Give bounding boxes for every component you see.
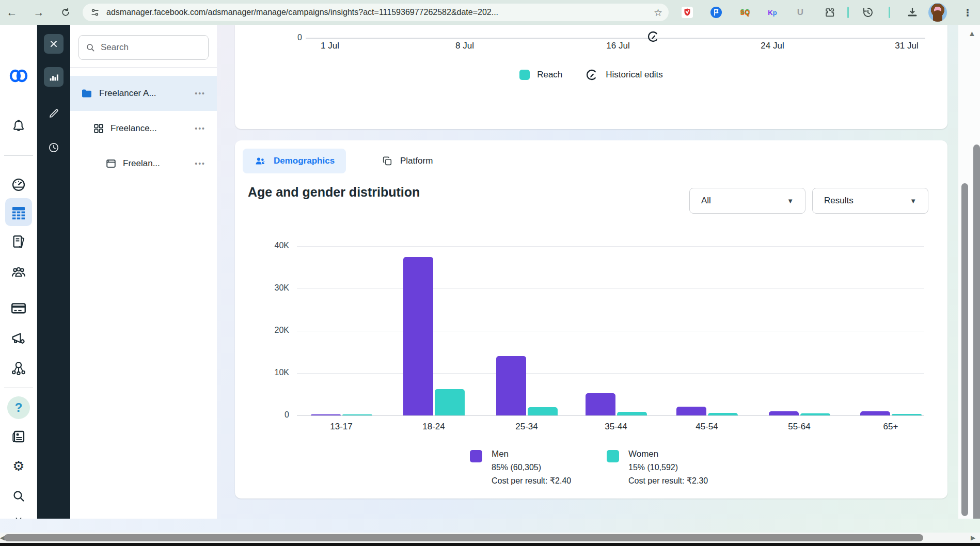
bar-men-35-44[interactable] <box>586 393 615 415</box>
insights-tool-column <box>37 25 70 519</box>
downloads-icon[interactable] <box>906 6 919 19</box>
window-vertical-scrollbar[interactable] <box>973 144 980 532</box>
reach-timeline-card: 0 1 Jul8 Jul16 Jul24 Jul31 Jul Reach His… <box>235 25 947 129</box>
reload-icon <box>60 7 71 18</box>
chart-title: Age and gender distribution <box>248 185 420 200</box>
extension-keepa-icon[interactable]: Kp <box>766 6 779 19</box>
close-insights-button[interactable] <box>44 34 64 54</box>
extension-u-icon[interactable]: U <box>794 6 807 19</box>
chart-gridline <box>297 331 924 331</box>
adset-grid-icon <box>93 123 104 134</box>
rail-divider <box>4 155 33 156</box>
audiences-people-icon[interactable] <box>0 263 37 281</box>
notifications-bell-icon[interactable] <box>0 119 37 134</box>
help-icon[interactable]: ? <box>0 396 37 419</box>
men-share: 85% (60,305) <box>492 463 571 472</box>
horizontal-scrollbar-track[interactable]: ◀ ▶ <box>0 533 980 543</box>
browser-back-button[interactable]: ← <box>3 4 21 21</box>
bar-women-45-54[interactable] <box>708 413 738 415</box>
browser-forward-button[interactable]: → <box>30 4 48 21</box>
metric-dropdown-value: Results <box>824 196 853 206</box>
extension-blue-circle-icon[interactable] <box>710 6 722 19</box>
x-axis-category-label: 65+ <box>860 422 922 432</box>
ads-manager-nav-rail: ? ⚙ <box>0 25 37 519</box>
content-vertical-scrollbar[interactable] <box>961 183 968 516</box>
y-axis-tick-label: 30K <box>235 283 289 293</box>
bar-women-18-24[interactable] <box>435 389 465 415</box>
tab-demographics[interactable]: Demographics <box>243 149 346 173</box>
scrollbar-up-arrow[interactable]: ▲ <box>968 29 976 38</box>
ads-megaphone-icon[interactable] <box>0 329 37 347</box>
rail-search-icon[interactable] <box>0 488 37 504</box>
women-swatch <box>607 450 619 462</box>
history-icon[interactable] <box>862 6 874 19</box>
bar-men-65+[interactable] <box>860 411 890 415</box>
extension-shield-icon[interactable] <box>681 6 693 19</box>
bar-men-55-64[interactable] <box>769 411 799 415</box>
account-overview-gauge-icon[interactable] <box>0 176 37 193</box>
row-menu-dots-icon[interactable]: ••• <box>195 124 206 133</box>
extensions-puzzle-icon[interactable] <box>824 6 836 19</box>
folder-icon <box>81 87 93 100</box>
bar-women-55-64[interactable] <box>800 413 830 415</box>
demographics-people-icon <box>254 155 266 167</box>
address-bar[interactable]: adsmanager.facebook.com/adsmanager/manag… <box>83 4 669 21</box>
assets-network-icon[interactable] <box>0 359 37 377</box>
meta-logo[interactable] <box>0 68 37 84</box>
billing-card-icon[interactable] <box>0 299 37 317</box>
scrollbar-right-arrow[interactable]: ▶ <box>971 534 975 541</box>
reports-news-icon[interactable] <box>0 428 37 445</box>
bar-men-25-34[interactable] <box>496 356 526 415</box>
bar-women-25-34[interactable] <box>528 407 558 415</box>
campaign-tree-panel: Freelancer A... ••• Freelance... ••• Fre… <box>70 25 217 519</box>
x-axis-category-label: 13-17 <box>310 422 372 432</box>
tree-row-adset[interactable]: Freelance... ••• <box>70 111 217 146</box>
x-axis-category-label: 35-44 <box>585 422 647 432</box>
bar-women-13-17[interactable] <box>342 414 372 415</box>
window-bottom-edge <box>0 543 980 546</box>
pages-docs-icon[interactable] <box>0 233 37 250</box>
browser-reload-button[interactable] <box>57 4 74 21</box>
timeline-date-label: 31 Jul <box>883 41 930 51</box>
demographics-card: Demographics Platform Age and gender dis… <box>235 140 947 499</box>
tree-row-label: Freelancer A... <box>99 88 156 99</box>
activity-history-clock-icon[interactable] <box>48 141 60 154</box>
extension-seoquake-icon[interactable]: SQ <box>739 6 751 19</box>
bar-women-65+[interactable] <box>892 414 922 415</box>
women-cost: Cost per result: ₹2.30 <box>628 476 708 486</box>
timeline-zero-label: 0 <box>250 33 302 42</box>
site-info-icon[interactable] <box>90 7 100 18</box>
tab-platform[interactable]: Platform <box>370 149 444 173</box>
timeline-baseline <box>306 38 925 39</box>
men-cost: Cost per result: ₹2.40 <box>492 476 571 486</box>
campaigns-table-icon[interactable] <box>0 203 37 221</box>
historical-edits-icon <box>585 68 598 82</box>
settings-gear-icon[interactable]: ⚙ <box>0 459 37 473</box>
bar-women-35-44[interactable] <box>617 412 647 415</box>
search-input[interactable] <box>101 42 194 53</box>
horizontal-scrollbar-thumb[interactable] <box>4 534 923 541</box>
charts-insights-button[interactable] <box>44 67 64 87</box>
bar-men-45-54[interactable] <box>676 407 706 415</box>
historical-edit-marker-icon[interactable] <box>646 30 660 43</box>
chart-gridline <box>297 246 924 247</box>
toolbar-separator <box>889 7 890 18</box>
row-menu-dots-icon[interactable]: ••• <box>195 89 206 98</box>
bar-men-18-24[interactable] <box>403 257 433 416</box>
breakdown-dropdown[interactable]: All ▼ <box>689 188 805 214</box>
bar-men-13-17[interactable] <box>311 414 341 415</box>
tree-row-campaign[interactable]: Freelancer A... ••• <box>70 76 217 111</box>
metric-dropdown[interactable]: Results ▼ <box>812 188 928 214</box>
browser-menu-dots-icon[interactable]: ⋮ <box>961 6 974 19</box>
bookmark-star-icon[interactable]: ☆ <box>654 7 662 19</box>
panel-divider <box>70 67 217 68</box>
tree-search[interactable] <box>78 35 209 60</box>
browser-profile-avatar[interactable] <box>928 3 947 22</box>
x-axis-category-label: 18-24 <box>403 422 465 432</box>
edit-pencil-icon[interactable] <box>48 107 60 120</box>
timeline-date-label: 16 Jul <box>595 41 641 51</box>
tree-row-ad[interactable]: Freelan... ••• <box>70 146 217 181</box>
tab-demographics-label: Demographics <box>274 156 335 166</box>
row-menu-dots-icon[interactable]: ••• <box>195 159 206 168</box>
tab-platform-label: Platform <box>400 156 433 166</box>
